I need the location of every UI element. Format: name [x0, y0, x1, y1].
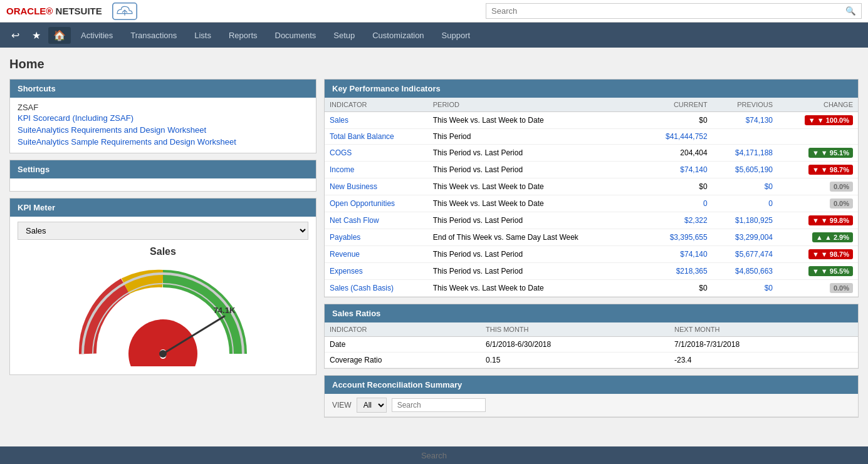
col-previous: PREVIOUS	[713, 98, 778, 112]
kpi-current-link[interactable]: $3,395,655	[670, 233, 708, 242]
kpi-current-link[interactable]: $74,140	[680, 250, 707, 259]
sr-this-month-cell: 6/1/2018-6/30/2018	[481, 337, 669, 353]
kpi-indicator-link[interactable]: Payables	[330, 233, 360, 242]
kpi-current-link[interactable]: $74,140	[680, 165, 707, 174]
nav-transactions[interactable]: Transactions	[123, 26, 184, 45]
nav-lists[interactable]: Lists	[187, 26, 219, 45]
kpi-previous-link[interactable]: $1,180,925	[735, 216, 773, 225]
kpi-indicator-cell: Open Opportunities	[325, 195, 428, 212]
kpi-period-cell: This Week vs. Last Week to Date	[428, 112, 641, 129]
kpi-previous-cell: $1,180,925	[713, 212, 778, 229]
kpi-indicator-link[interactable]: Income	[330, 165, 354, 174]
kpi-change-cell: ▼ 95.1%	[778, 145, 858, 162]
kpi-change-cell	[778, 129, 858, 145]
kpi-indicator-link[interactable]: Total Bank Balance	[330, 132, 394, 141]
kpi-current-cell: $2,322	[641, 212, 713, 229]
kpi-indicator-link[interactable]: Expenses	[330, 267, 363, 276]
kpi-current-link[interactable]: $2,322	[684, 216, 708, 225]
search-input[interactable]	[486, 4, 840, 18]
kpi-header: Key Performance Indicators	[325, 80, 858, 98]
kpi-current-link[interactable]: $41,444,752	[666, 132, 708, 141]
kpi-indicator-cell: New Business	[325, 178, 428, 195]
sr-table-row: Date6/1/2018-6/30/20187/1/2018-7/31/2018	[325, 337, 858, 353]
kpi-current-link[interactable]: 0	[703, 199, 708, 208]
kpi-table-row: Total Bank BalanceThis Period$41,444,752	[325, 129, 858, 145]
kpi-previous-link[interactable]: $5,605,190	[735, 165, 773, 174]
arc-view-label: VIEW	[332, 401, 352, 410]
kpi-current-link[interactable]: $218,365	[676, 267, 708, 276]
kpi-table-row: Sales (Cash Basis)This Week vs. Last Wee…	[325, 280, 858, 297]
sr-indicator-cell: Coverage Ratio	[325, 353, 481, 368]
kpi-indicator-link[interactable]: New Business	[330, 182, 377, 191]
kpi-table-row: Net Cash FlowThis Period vs. Last Period…	[325, 212, 858, 229]
nav-support[interactable]: Support	[434, 26, 478, 45]
gauge-title: Sales	[150, 246, 176, 257]
kpi-meter-select[interactable]: Sales Revenue COGS Income	[18, 222, 308, 240]
kpi-previous-link[interactable]: $74,130	[746, 116, 773, 125]
shortcuts-body: ZSAF KPI Scorecard (Including ZSAF) Suit…	[10, 98, 316, 153]
kpi-indicator-link[interactable]: COGS	[330, 148, 352, 157]
kpi-indicator-cell: Total Bank Balance	[325, 129, 428, 145]
search-button[interactable]: 🔍	[840, 4, 861, 18]
kpi-meter-body: Sales Revenue COGS Income Sales	[10, 217, 316, 374]
kpi-indicator-link[interactable]: Open Opportunities	[330, 199, 395, 208]
sr-next-month-cell: -23.4	[669, 353, 858, 368]
kpi-previous-link[interactable]: $4,171,188	[735, 148, 773, 157]
account-reconciliation-panel: Account Reconciliation Summary VIEW All	[324, 375, 859, 418]
kpi-table-row: SalesThis Week vs. Last Week to Date$0$7…	[325, 112, 858, 129]
nav-activities[interactable]: Activities	[73, 26, 120, 45]
kpi-indicator-cell: Net Cash Flow	[325, 212, 428, 229]
kpi-current-cell: $218,365	[641, 263, 713, 280]
sr-col-this-month: THIS MONTH	[481, 322, 669, 337]
right-column: Key Performance Indicators INDICATOR PER…	[324, 79, 859, 418]
kpi-previous-link[interactable]: $5,677,474	[735, 250, 773, 259]
kpi-period-cell: This Period vs. Last Period	[428, 263, 641, 280]
kpi-panel: Key Performance Indicators INDICATOR PER…	[324, 79, 859, 297]
kpi-indicator-link[interactable]: Sales	[330, 116, 348, 125]
history-icon-btn[interactable]: ↩	[6, 27, 24, 44]
kpi-previous-cell: $5,605,190	[713, 162, 778, 178]
kpi-previous-link[interactable]: 0	[768, 199, 773, 208]
kpi-change-badge: ▼ 100.0%	[805, 115, 853, 125]
shortcut-kpi[interactable]: KPI Scorecard (Including ZSAF)	[18, 112, 308, 124]
arc-header: Account Reconciliation Summary	[325, 376, 858, 394]
kpi-period-cell: This Week vs. Last Week to Date	[428, 280, 641, 297]
kpi-indicator-link[interactable]: Sales (Cash Basis)	[330, 284, 394, 292]
kpi-table-container: INDICATOR PERIOD CURRENT PREVIOUS CHANGE…	[325, 98, 858, 297]
kpi-change-badge: ▲ 2.9%	[812, 232, 853, 242]
nav-documents[interactable]: Documents	[268, 26, 324, 45]
kpi-period-cell: End of This Week vs. Same Day Last Week	[428, 229, 641, 246]
kpi-previous-link[interactable]: $4,850,663	[735, 267, 773, 276]
kpi-change-badge: 0.0%	[830, 198, 853, 209]
col-period: PERIOD	[428, 98, 641, 112]
kpi-previous-link[interactable]: $0	[765, 182, 773, 191]
shortcut-suite1[interactable]: SuiteAnalytics Requirements and Design W…	[18, 124, 308, 136]
kpi-indicator-link[interactable]: Revenue	[330, 250, 360, 259]
kpi-indicator-cell: Sales	[325, 112, 428, 129]
main-content: Home Shortcuts ZSAF KPI Scorecard (Inclu…	[0, 48, 868, 427]
nav-setup[interactable]: Setup	[326, 26, 362, 45]
home-icon-btn[interactable]: 🏠	[48, 27, 71, 44]
shortcut-zsaf: ZSAF	[18, 101, 38, 113]
kpi-current-cell: $0	[641, 112, 713, 129]
kpi-previous-link[interactable]: $0	[765, 284, 773, 292]
favorites-icon-btn[interactable]: ★	[27, 27, 46, 44]
shortcut-suite2[interactable]: SuiteAnalytics Sample Requirements and D…	[18, 136, 308, 148]
nav-reports[interactable]: Reports	[221, 26, 265, 45]
settings-header: Settings	[10, 160, 316, 178]
nav-customization[interactable]: Customization	[365, 26, 431, 45]
arc-search-input[interactable]	[392, 398, 486, 412]
gauge-svg: 0 74.1K	[69, 260, 257, 366]
kpi-previous-cell: $4,171,188	[713, 145, 778, 162]
kpi-table-row: PayablesEnd of This Week vs. Same Day La…	[325, 229, 858, 246]
kpi-previous-link[interactable]: $3,299,004	[735, 233, 773, 242]
shortcuts-panel: Shortcuts ZSAF KPI Scorecard (Including …	[9, 79, 316, 153]
kpi-previous-cell: $5,677,474	[713, 246, 778, 263]
kpi-indicator-cell: Payables	[325, 229, 428, 246]
sales-ratios-header: Sales Ratios	[325, 304, 858, 322]
kpi-change-badge: ▼ 99.8%	[808, 215, 853, 225]
arc-view-select[interactable]: All	[357, 398, 387, 413]
kpi-indicator-link[interactable]: Net Cash Flow	[330, 216, 379, 225]
kpi-change-cell: 0.0%	[778, 195, 858, 212]
kpi-period-cell: This Period vs. Last Period	[428, 145, 641, 162]
